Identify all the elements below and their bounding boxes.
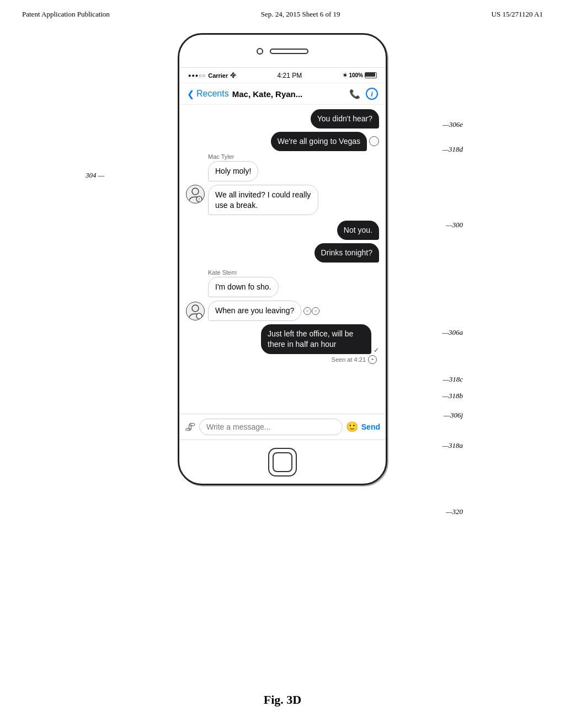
seen-status: Seen at 4:21 +	[186, 355, 377, 364]
front-camera	[257, 48, 263, 55]
svg-point-3	[192, 305, 199, 312]
nav-icons: 📞 i	[349, 88, 378, 100]
message-bubble-received: We all invited? I could really use a bre…	[208, 185, 318, 216]
phone-top-bar	[179, 35, 386, 68]
phone-bottom	[179, 440, 386, 484]
message-bubble-sent: You didn't hear?	[311, 109, 379, 129]
annotation-304: 304 —	[86, 171, 104, 180]
annotation-318b: —318b	[442, 392, 463, 400]
attach-button[interactable]: 🖇	[185, 421, 196, 433]
avatar	[186, 302, 205, 320]
status-right: ✶ 100%	[343, 72, 377, 78]
message-status-circle	[369, 136, 379, 146]
sender-name: Mac Tyler	[208, 153, 379, 160]
message-bubble-sent: Just left the office, will be there in h…	[261, 324, 371, 354]
emoji-button[interactable]: 🙂	[346, 421, 358, 433]
home-button[interactable]	[268, 448, 297, 477]
seen-text: Seen at 4:21	[332, 356, 366, 363]
back-button[interactable]: ❮	[187, 89, 194, 99]
message-row: We're all going to Vegas	[186, 132, 379, 151]
battery-icon	[365, 72, 377, 78]
phone-call-icon[interactable]: 📞	[349, 89, 360, 99]
patent-right: US 15/271120 A1	[492, 10, 543, 19]
chat-area: You didn't hear? We're all going to Vega…	[179, 105, 386, 414]
send-button[interactable]: Send	[361, 422, 380, 431]
nav-title: Mac, Kate, Ryan...	[232, 89, 349, 99]
message-bubble-received: Holy moly!	[208, 161, 258, 181]
annotation-306j: —306j	[444, 411, 463, 420]
annotation-306a: —306a	[442, 328, 463, 337]
wifi-icon: 令	[230, 71, 236, 79]
signal-dots: ●●●○○	[188, 73, 206, 78]
message-row: When are you leaving? ○ ○	[186, 301, 379, 321]
message-row: Drinks tonight?	[186, 243, 379, 263]
home-button-inner	[273, 452, 292, 472]
phone-device: ●●●○○ Carrier 令 4:21 PM ✶ 100% ❮ Recents…	[178, 33, 387, 485]
message-row: You didn't hear?	[186, 109, 379, 129]
message-row: Not you.	[186, 221, 379, 240]
annotation-300: —300	[446, 221, 463, 229]
status-bar: ●●●○○ Carrier 令 4:21 PM ✶ 100%	[179, 68, 386, 83]
bubble-wrapper: We're all going to Vegas	[271, 132, 367, 151]
message-bubble-received: I'm down fo sho.	[208, 277, 279, 297]
seen-avatar-icon: +	[368, 355, 377, 364]
message-bubble-sent: Not you.	[337, 221, 379, 240]
message-row: I'm down fo sho.	[186, 277, 379, 297]
bluetooth-icon: ✶	[343, 72, 347, 78]
patent-left: Patent Application Publication	[22, 10, 110, 19]
nav-bar: ❮ Recents Mac, Kate, Ryan... 📞 i	[179, 83, 386, 105]
svg-point-4	[196, 313, 202, 319]
svg-point-0	[192, 188, 199, 195]
annotation-318c: —318c	[443, 375, 463, 384]
message-bubble-sent: Drinks tonight?	[315, 243, 379, 263]
annotation-306e: —306e	[443, 120, 463, 129]
patent-middle: Sep. 24, 2015 Sheet 6 of 19	[261, 10, 340, 19]
annotation-318d: —318d	[442, 145, 463, 154]
svg-text:f: f	[199, 197, 200, 201]
annotation-318a: —318a	[442, 441, 463, 450]
message-row: Holy moly!	[186, 161, 379, 181]
carrier-name: Carrier	[208, 72, 228, 79]
status-left: ●●●○○ Carrier 令	[188, 71, 236, 79]
message-row: Just left the office, will be there in h…	[186, 324, 379, 354]
input-bar: 🖇 🙂 Send	[179, 414, 386, 440]
info-button[interactable]: i	[366, 88, 378, 100]
status-time: 4:21 PM	[277, 72, 302, 79]
double-receipt-icon: ○ ○	[303, 307, 319, 315]
battery-level: 100%	[349, 72, 363, 78]
message-bubble-sent: We're all going to Vegas	[271, 132, 367, 151]
checkmark-icon: ✓	[374, 346, 379, 354]
message-row: f We all invited? I could really use a b…	[186, 185, 379, 216]
sender-name: Kate Stern	[208, 269, 379, 276]
figure-caption: Fig. 3D	[264, 693, 301, 707]
avatar: f	[186, 185, 205, 204]
message-input[interactable]	[199, 419, 343, 435]
back-label[interactable]: Recents	[196, 89, 229, 99]
patent-header: Patent Application Publication Sep. 24, …	[22, 10, 543, 19]
phone-body: ●●●○○ Carrier 令 4:21 PM ✶ 100% ❮ Recents…	[178, 33, 387, 485]
phone-speaker	[270, 49, 308, 54]
message-bubble-received: When are you leaving?	[208, 301, 301, 321]
annotation-320: —320	[446, 507, 463, 516]
